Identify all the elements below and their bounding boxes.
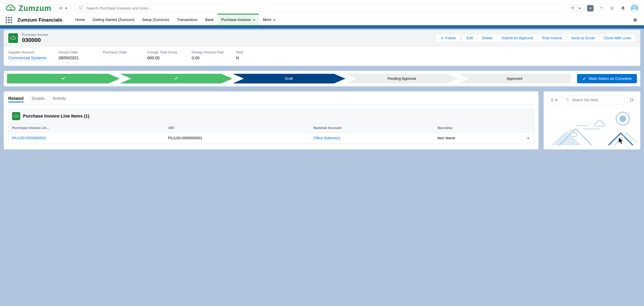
path-stage-pending[interactable]: Pending Approval [346,74,458,83]
field-value: 0.00 [192,56,224,60]
feed-refresh-button[interactable] [627,96,636,104]
check-icon [174,76,178,81]
left-column: Related Details Activity Purchase Invoic… [4,91,539,150]
plus-icon [440,36,444,40]
nav-home[interactable]: Home [72,14,88,25]
svg-point-3 [612,8,613,9]
tab-related[interactable]: Related [8,96,24,102]
favorites-button[interactable] [569,5,583,12]
related-list-header[interactable]: Purchase Invoice Line Items (1) [8,109,534,123]
info-icon[interactable] [632,17,638,23]
follow-button[interactable]: Follow [436,34,460,42]
user-avatar[interactable] [631,4,638,12]
svg-point-2 [601,9,602,10]
svg-point-4 [622,9,624,10]
col-nominal[interactable]: Nominal Account [310,124,434,133]
right-column [544,91,640,150]
app-launcher-icon[interactable] [6,17,12,23]
star-icon [569,6,576,10]
nominal-account-link[interactable]: Office Stationery [313,136,340,140]
row-actions-menu[interactable] [525,135,531,141]
line-items-table: Purchase Invoice Lin... UID Nominal Acco… [8,123,534,144]
search-icon [566,98,569,102]
tab-activity[interactable]: Activity [53,96,66,102]
svg-point-0 [79,6,82,9]
field-label: Invoice Date [58,50,91,54]
field-paid: Paid N [236,50,268,60]
field-purchase-order: Purchase Order [103,50,135,60]
field-label: Foreign Total Gross [147,50,180,54]
submit-approval-button[interactable]: Submit for Approval [497,34,538,42]
chevron-down-icon[interactable] [576,5,582,12]
mark-complete-button[interactable]: Mark Status as Complete [577,74,637,83]
feed-search[interactable] [563,96,625,104]
line-item-link[interactable]: PILIUID-0000000001 [12,136,46,140]
search-scope-label: All [59,6,62,10]
nav-getting-started[interactable]: Getting Started (Zumzum) [89,14,138,25]
global-create-button[interactable] [587,5,594,11]
nav-item-label: Purchase Invoices [221,18,251,22]
chevron-down-icon[interactable] [253,18,255,22]
record-tabs: Related Details Activity [4,96,538,105]
edit-button[interactable]: Edit [462,34,478,42]
page-content: Purchase Invoice 030000 Follow Edit Dele… [0,30,644,153]
object-label: Purchase Invoice [22,33,48,37]
record-name: 030000 [22,37,48,43]
search-scope-picker[interactable]: All [56,4,70,12]
setup-gear-icon[interactable] [609,5,615,11]
send-email-button[interactable]: Send as Email [566,34,599,42]
post-invoice-button[interactable]: Post Invoice [538,34,567,42]
chevron-down-icon [555,98,558,102]
path-stage-done-2[interactable] [120,74,232,83]
path-stage-done-1[interactable] [7,74,120,83]
sort-icon [550,98,554,102]
nav-purchase-invoices[interactable]: Purchase Invoices [218,14,259,25]
path-stage-approved[interactable]: Approved [458,74,571,83]
nav-items: Home Getting Started (Zumzum) Setup (Zum… [72,14,280,25]
app-nav: Zumzum Financials Home Getting Started (… [0,14,644,26]
nav-bank[interactable]: Bank [202,14,217,25]
delete-button[interactable]: Delete [477,34,497,42]
field-foreign-paid: Foreign Amount Paid 0.00 [192,50,224,60]
field-label: Paid [236,50,268,54]
clone-lines-button[interactable]: Clone With Lines [599,34,636,42]
col-line-item[interactable]: Purchase Invoice Lin... [8,124,164,133]
chevron-down-icon [65,6,68,10]
cloud-z-icon [6,4,16,12]
mark-complete-label: Mark Status as Complete [589,76,632,81]
svg-line-1 [81,8,82,9]
nav-transactions[interactable]: Transactions [173,14,201,25]
nav-more[interactable]: More [259,14,279,25]
stage-label: Pending Approval [388,77,416,81]
svg-line-14 [568,100,569,101]
check-icon [582,77,586,81]
record-type-icon [8,33,18,43]
svg-rect-11 [635,19,635,21]
feed-empty-illustration [548,108,636,145]
svg-point-13 [566,98,568,100]
field-label: Supplier Account [8,50,46,54]
app-name: Zumzum Financials [17,17,62,23]
field-value: 600.00 [147,56,180,60]
search-input[interactable] [86,6,557,10]
col-narrative[interactable]: Narrative [434,124,522,133]
path-stage-current[interactable]: Draft [232,74,346,83]
feed-sort-button[interactable] [548,96,560,104]
tab-details[interactable]: Details [32,96,44,102]
col-uid[interactable]: UID [164,124,310,133]
supplier-link[interactable]: Commercial Systems [8,56,46,60]
feed-search-input[interactable] [572,98,622,102]
path-stages: Draft Pending Approval Approved [7,74,571,83]
table-row: PILIUID-0000000001 PILIUID-0000000001 Of… [8,133,534,144]
notifications-bell-icon[interactable] [620,5,626,11]
decorative-strip [0,26,644,29]
svg-point-8 [634,7,634,7]
help-icon[interactable] [598,5,604,11]
field-invoice-date: Invoice Date 28/09/2021 [58,50,91,60]
global-search[interactable] [75,4,561,13]
field-supplier: Supplier Account Commercial Systems [8,50,46,60]
chevron-down-icon[interactable] [273,18,276,22]
global-header: Zumzum All [0,0,644,14]
brand-logo[interactable]: Zumzum [6,4,51,13]
nav-setup[interactable]: Setup (Zumzum) [138,14,173,25]
